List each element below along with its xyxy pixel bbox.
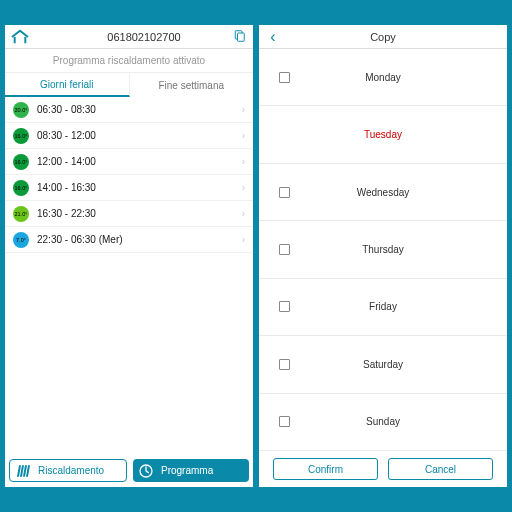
program-status: Programma riscaldamento attivato xyxy=(5,49,253,73)
day-row-thursday[interactable]: Thursday xyxy=(259,221,507,278)
day-row-monday[interactable]: Monday xyxy=(259,49,507,106)
heating-label: Riscaldamento xyxy=(36,465,126,476)
program-label: Programma xyxy=(159,465,249,476)
temp-badge: 16.0° xyxy=(13,154,29,170)
schedule-screen: 061802102700 Programma riscaldamento att… xyxy=(5,25,253,487)
cancel-button[interactable]: Cancel xyxy=(388,458,493,480)
temp-badge: 7.0° xyxy=(13,232,29,248)
temp-badge: 16.0° xyxy=(13,180,29,196)
temp-badge: 21.0° xyxy=(13,206,29,222)
titlebar: 061802102700 xyxy=(5,25,253,49)
day-row-wednesday[interactable]: Wednesday xyxy=(259,164,507,221)
chevron-right-icon: › xyxy=(242,208,245,219)
day-label: Monday xyxy=(259,72,507,83)
clock-icon xyxy=(133,459,159,482)
day-row-sunday[interactable]: Sunday xyxy=(259,394,507,451)
chevron-right-icon: › xyxy=(242,234,245,245)
home-icon[interactable] xyxy=(5,25,35,49)
slot-time: 16:30 - 22:30 xyxy=(37,208,96,219)
copy-screen: ‹ Copy Monday Tuesday Wednesday Thursday… xyxy=(259,25,507,487)
day-row-tuesday[interactable]: Tuesday xyxy=(259,106,507,163)
chevron-right-icon: › xyxy=(242,104,245,115)
day-label: Thursday xyxy=(259,244,507,255)
day-row-friday[interactable]: Friday xyxy=(259,279,507,336)
temp-badge: 16.0° xyxy=(13,128,29,144)
time-slot-list: 20.0° 06:30 - 08:30 › 16.0° 08:30 - 12:0… xyxy=(5,97,253,457)
time-slot[interactable]: 16.0° 08:30 - 12:00 › xyxy=(5,123,253,149)
tab-weekend[interactable]: Fine settimana xyxy=(130,73,254,97)
device-id: 061802102700 xyxy=(35,31,253,43)
slot-time: 08:30 - 12:00 xyxy=(37,130,96,141)
time-slot[interactable]: 20.0° 06:30 - 08:30 › xyxy=(5,97,253,123)
time-slot[interactable]: 7.0° 22:30 - 06:30 (Mer) › xyxy=(5,227,253,253)
time-slot[interactable]: 16.0° 14:00 - 16:30 › xyxy=(5,175,253,201)
svg-rect-1 xyxy=(238,33,245,41)
program-button[interactable]: Programma xyxy=(133,459,249,482)
day-label: Saturday xyxy=(259,359,507,370)
chevron-right-icon: › xyxy=(242,156,245,167)
slot-time: 14:00 - 16:30 xyxy=(37,182,96,193)
titlebar: ‹ Copy xyxy=(259,25,507,49)
day-row-saturday[interactable]: Saturday xyxy=(259,336,507,393)
confirm-button[interactable]: Confirm xyxy=(273,458,378,480)
chevron-right-icon: › xyxy=(242,182,245,193)
heating-button[interactable]: Riscaldamento xyxy=(9,459,127,482)
day-label: Tuesday xyxy=(259,129,507,140)
tab-weekdays[interactable]: Giorni feriali xyxy=(5,73,130,97)
back-icon[interactable]: ‹ xyxy=(259,28,287,46)
temp-badge: 20.0° xyxy=(13,102,29,118)
time-slot[interactable]: 16.0° 12:00 - 14:00 › xyxy=(5,149,253,175)
bottom-bar: Riscaldamento Programma xyxy=(5,457,253,487)
day-label: Wednesday xyxy=(259,187,507,198)
slot-time: 12:00 - 14:00 xyxy=(37,156,96,167)
day-label: Sunday xyxy=(259,416,507,427)
slot-time: 22:30 - 06:30 (Mer) xyxy=(37,234,123,245)
slot-time: 06:30 - 08:30 xyxy=(37,104,96,115)
heat-waves-icon xyxy=(10,460,36,481)
day-label: Friday xyxy=(259,301,507,312)
chevron-right-icon: › xyxy=(242,130,245,141)
time-slot[interactable]: 21.0° 16:30 - 22:30 › xyxy=(5,201,253,227)
day-type-tabs: Giorni feriali Fine settimana xyxy=(5,73,253,97)
copy-icon[interactable] xyxy=(233,30,245,44)
day-list: Monday Tuesday Wednesday Thursday Friday… xyxy=(259,49,507,451)
action-row: Confirm Cancel xyxy=(259,451,507,487)
page-title: Copy xyxy=(259,31,507,43)
